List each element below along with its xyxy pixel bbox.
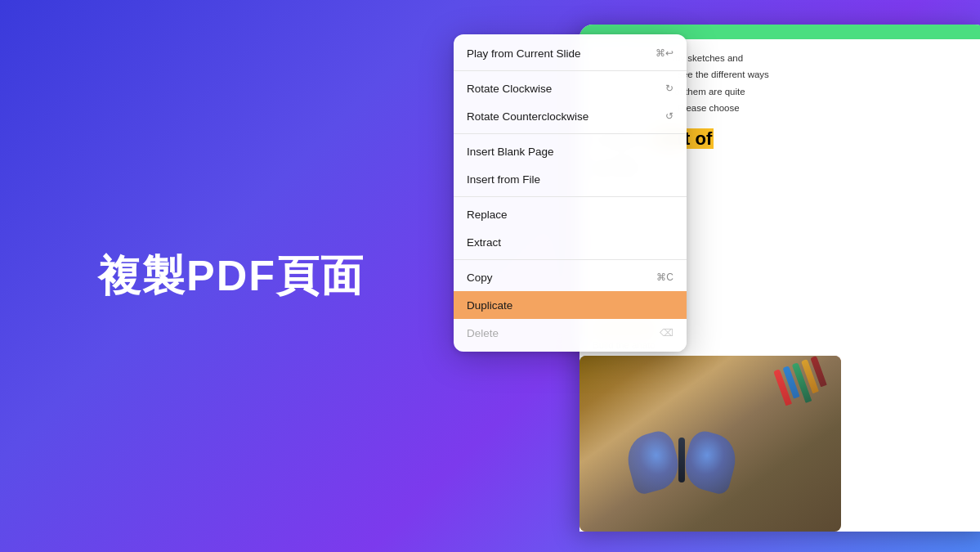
menu-label-rotate-cw: Rotate Clockwise <box>467 83 552 95</box>
page-title: 複製PDF頁面 <box>98 248 365 305</box>
menu-item-insert-file[interactable]: Insert from File <box>454 165 687 193</box>
context-menu: Play from Current Slide ⌘↩ Rotate Clockw… <box>454 34 687 352</box>
menu-label-rotate-ccw: Rotate Counterclockwise <box>467 110 588 123</box>
menu-shortcut-delete: ⌫ <box>660 327 673 339</box>
menu-shortcut-rotate-cw: ↻ <box>665 83 673 94</box>
menu-shortcut-play: ⌘↩ <box>656 47 673 59</box>
menu-label-delete: Delete <box>467 327 499 339</box>
menu-item-delete[interactable]: Delete ⌫ <box>454 319 687 347</box>
menu-label-insert-file: Insert from File <box>467 173 540 186</box>
butterfly-image <box>579 356 841 532</box>
divider-4 <box>454 259 687 260</box>
menu-item-extract[interactable]: Extract <box>454 228 687 256</box>
menu-item-replace[interactable]: Replace <box>454 200 687 228</box>
menu-label-replace: Replace <box>467 209 508 221</box>
menu-label-insert-blank: Insert Blank Page <box>467 146 554 158</box>
divider-3 <box>454 196 687 197</box>
menu-item-insert-blank[interactable]: Insert Blank Page <box>454 137 687 165</box>
menu-item-rotate-counterclockwise[interactable]: Rotate Counterclockwise ↺ <box>454 102 687 130</box>
menu-label-duplicate: Duplicate <box>467 299 512 312</box>
menu-shortcut-rotate-ccw: ↺ <box>665 110 673 122</box>
divider-2 <box>454 133 687 134</box>
divider-1 <box>454 70 687 71</box>
menu-item-duplicate[interactable]: Duplicate <box>454 291 687 319</box>
menu-item-play-current-slide[interactable]: Play from Current Slide ⌘↩ <box>454 39 687 67</box>
menu-item-rotate-clockwise[interactable]: Rotate Clockwise ↻ <box>454 74 687 102</box>
menu-label-extract: Extract <box>467 236 501 249</box>
menu-label-copy: Copy <box>467 272 493 284</box>
menu-shortcut-copy: ⌘C <box>656 272 673 283</box>
menu-label-play: Play from Current Slide <box>467 47 581 60</box>
menu-item-copy[interactable]: Copy ⌘C <box>454 263 687 291</box>
